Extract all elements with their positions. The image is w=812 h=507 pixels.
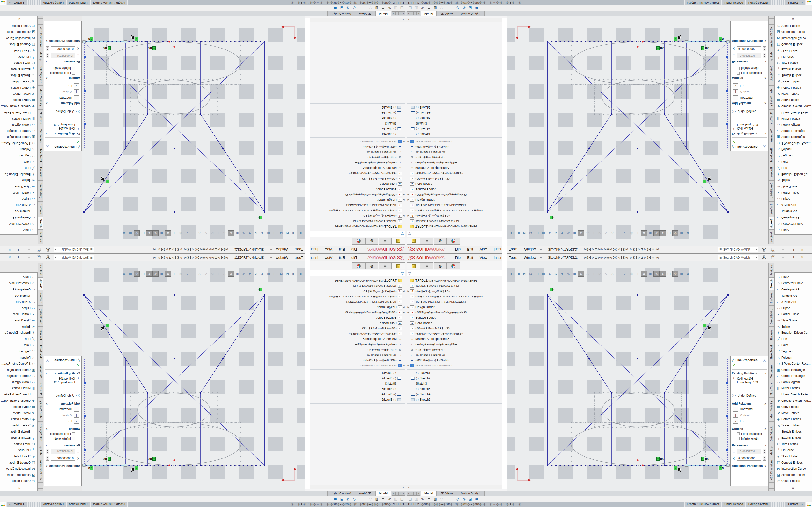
relation-item[interactable]: Collinear108	[47, 126, 75, 130]
account-button[interactable]: ◉	[760, 253, 767, 261]
tree-row-ann[interactable]: ▶A○ЅЅИN◎◦♣Α♣◎ИNΑ○◦○ΑИN◎♣Α♣◦◎ИNЅЅ○	[306, 310, 405, 315]
menu-item-move-entities[interactable]: ↗Move Entities	[774, 410, 812, 416]
cm-tab-evaluate[interactable]: Evaluate	[768, 164, 774, 180]
checkbox-infinite-length[interactable]: Infinite length	[730, 66, 768, 71]
checkbox-for-construction[interactable]: For construction	[44, 71, 82, 75]
view-toolbar-icon-4[interactable]: ◫	[272, 230, 278, 236]
checkbox-for-construction[interactable]: For construction	[730, 71, 768, 75]
tree-row-surface-bodies[interactable]: ◗Surface Bodies	[306, 187, 405, 192]
menu-item-centerpoint-arc[interactable]: ◠Centerpoint Arc	[0, 214, 38, 221]
view-toolbar-icon-11[interactable]: ↻	[228, 271, 234, 277]
view-toolbar-icon-10[interactable]: ▣	[234, 230, 240, 236]
bottom-toolbar-icon-11[interactable]: ✱	[474, 496, 479, 502]
tree-row-plane[interactable]: ▱○♣Ƨ¤Λ✻◉Ι○◦○Ι◉✻Λ¤Ƨ♣○	[306, 150, 405, 155]
view-toolbar-icon-25[interactable]: ◫	[666, 271, 672, 277]
menu-item-sketch-fillet[interactable]: ╮Sketch Fillet	[774, 453, 812, 459]
menu-tools[interactable]: Tools	[509, 248, 517, 251]
status-corner-icon[interactable]: ❏	[806, 502, 812, 507]
menu-item-scale-entities[interactable]: ↘Scale Entities	[774, 422, 812, 429]
graphics-area[interactable]: ◧◨◩◪◫▤◭◮▼✎▣↻▭⊥◸∿Λ⌐∕✻⊥◉▣∿●◫✣▦◉ ∕3∕≡109≡10…	[507, 16, 730, 245]
menu-item-segment[interactable]: ∷Segment	[0, 153, 38, 159]
tab-nav-1[interactable]: ‹	[410, 492, 413, 496]
tree-row-material-not-specified-[interactable]: ☰Material < not specified >	[407, 165, 506, 171]
menu-item-centerpoint-arc[interactable]: ◠Centerpoint Arc	[0, 286, 38, 293]
cm-tab-mold-tools[interactable]: Mold Tools	[768, 109, 774, 127]
view-toolbar-icon-26[interactable]: ✣	[672, 230, 678, 236]
spinner[interactable]: ▲▼	[763, 456, 766, 461]
cm-tab-direct-editing[interactable]: Direct Editing	[768, 306, 774, 327]
menu-tools[interactable]: Tools	[509, 256, 517, 260]
bottom-toolbar-icon-11[interactable]: ✱	[333, 6, 338, 11]
minimize-button[interactable]: –	[24, 246, 33, 253]
view-toolbar-icon-21[interactable]: ◉	[641, 230, 647, 236]
view-toolbar-icon-13[interactable]: ⊥	[591, 271, 597, 277]
tab-nav-0[interactable]: «	[402, 11, 405, 15]
tree-row-sigma[interactable]: Σ○ЅЅИN◎◦♣Α∩¤ЗЄ○◦○ЗЄ¤∩Α♣◦◎ИNЅЅ○	[306, 331, 405, 336]
bottom-toolbar-icon-3[interactable]: ≡	[380, 6, 386, 11]
view-toolbar-icon-28[interactable]: ◉	[685, 230, 691, 236]
menu-item-circular-sketch-pattern[interactable]: ❖Circular Sketch Pattern	[774, 103, 812, 110]
parameters-header[interactable]: Parameters∧	[44, 59, 82, 65]
checkbox-infinite-length[interactable]: Infinite length	[730, 436, 768, 441]
tree-row-plane[interactable]: ▱○♣ИN◎♟÷○✻◉Ι○◦○Ι◉✻○÷♟◎ИN♣○	[306, 342, 405, 347]
checkbox-for-construction[interactable]: For construction	[44, 432, 82, 436]
bottom-toolbar-icon-5[interactable]: ▽	[439, 496, 445, 502]
view-toolbar-icon-5[interactable]: ▤	[540, 230, 546, 236]
tab-nav-0[interactable]: «	[407, 11, 410, 15]
add-relations-header[interactable]: Add Relations∧	[730, 400, 768, 406]
view-toolbar-icon-24[interactable]: ●	[660, 230, 666, 236]
menu-item-rotate-entities[interactable]: ◈Rotate Entities	[0, 416, 38, 422]
cm-tab-data-migration[interactable]: Data Migration	[38, 63, 44, 86]
relation-button-fix[interactable]: ♆Fix	[730, 82, 768, 89]
bottom-toolbar-icon-5[interactable]: ▽	[367, 6, 373, 11]
view-toolbar-icon-12[interactable]: ▭	[221, 230, 227, 236]
tree-row-surface-bodies[interactable]: ◗Surface Bodies	[407, 315, 506, 320]
tree-row-sigma[interactable]: Σ○ЅЅИN◎◦♣Α∩¤ЗЄ○◦○ЗЄ¤∩Α♣◦◎ИNЅЅ○	[407, 331, 506, 336]
relation-item[interactable]: Collinear108	[47, 377, 75, 381]
cm-tab-mold-tools[interactable]: Mold Tools	[38, 380, 44, 398]
tree-row-material-not-specified-[interactable]: ☰Material < not specified >	[407, 336, 506, 342]
tab-model[interactable]: Model	[375, 491, 391, 496]
parameter-value[interactable]: 10.88152731	[51, 449, 75, 454]
additional-parameters-header[interactable]: Additional Parameters∨	[730, 463, 768, 469]
view-toolbar-icon-24[interactable]: ●	[660, 271, 666, 277]
bottom-toolbar-icon-9[interactable]: ◷	[345, 496, 351, 502]
menu-item-equation-driven-curve[interactable]: ƒEquation Driven Curve	[774, 330, 812, 336]
tree-row-books[interactable]: ≡○ЅЅ♣ЗЄЅЅ○ИN◎◦♣ƆCЗЄИЗЄЅЅ○◦○ЅЅЗЄИЗЄƆC♣◦◎И…	[306, 208, 405, 213]
view-toolbar-icon-15[interactable]: ∿	[603, 230, 609, 236]
tab-configurationmanager[interactable]: ⊕	[434, 237, 447, 244]
relation-item[interactable]: Equal length109	[47, 123, 75, 126]
view-toolbar-icon-21[interactable]: ◉	[641, 271, 647, 277]
menu-item-centerpoint-arc[interactable]: ◠Centerpoint Arc	[774, 286, 812, 293]
scroll-left-icon[interactable]: ◂	[401, 486, 406, 489]
tab-displaymanager[interactable]	[447, 263, 460, 270]
menu-item-scale-entities[interactable]: ↘Scale Entities	[0, 78, 38, 85]
close-button[interactable]: ✕	[5, 246, 14, 253]
cm-tab-markup[interactable]: Markup	[768, 444, 774, 458]
menu-item-fit-spline[interactable]: ╰Fit Spline	[774, 54, 812, 60]
search-dropdown-icon[interactable]: ▾	[54, 248, 57, 251]
menu-item-circle[interactable]: ○Circle	[774, 227, 812, 233]
menu-item-center-rectangle[interactable]: ▣Center Rectangle	[0, 367, 38, 373]
cm-tab-mesh-modeling[interactable]: Mesh Modeling	[768, 86, 774, 109]
relations-listbox[interactable]: Collinear108Equal length109	[736, 376, 766, 392]
minimize-button[interactable]: –	[779, 253, 788, 261]
menu-item-style-spline[interactable]: ∿Style Spline	[0, 183, 38, 190]
menu-insert[interactable]: Insert	[310, 256, 318, 260]
menu-window[interactable]: Window	[524, 248, 536, 251]
restore-button[interactable]: ❐	[15, 246, 24, 253]
view-toolbar-icon-27[interactable]: ▦	[678, 271, 684, 277]
menu-more-chevron-icon[interactable]: »	[17, 470, 21, 493]
additional-parameters-header[interactable]: Additional Parameters∨	[44, 38, 82, 44]
scroll-corner-button[interactable]: ▸	[305, 253, 310, 489]
bottom-toolbar-icon-11[interactable]: ✱	[474, 6, 479, 11]
tree-row-design-binder[interactable]: ▶▫Design Binder	[306, 304, 405, 310]
view-toolbar-icon-0[interactable]: ◧	[509, 271, 515, 277]
view-toolbar-icon-16[interactable]: Λ	[609, 230, 615, 236]
cm-tab-markup[interactable]: Markup	[38, 49, 44, 63]
graphics-area[interactable]: ◧◨◩◪◫▤◭◮▼✎▣↻▭⊥◸∿Λ⌐∕✻⊥◉▣∿●◫✣▦◉ ∕3∕≡109≡10…	[82, 16, 305, 245]
view-toolbar-icon-16[interactable]: Λ	[197, 271, 203, 277]
cm-tab-overflow-0[interactable]: :	[768, 483, 774, 488]
tree-row-star[interactable]: ★○ЄЅЗЄ♣◦♟◎ΛΑΦ○◦○ΦΑΛ◎♟◦♣ЗЄЅ○	[407, 283, 506, 288]
search-input[interactable]: ▣ Search CAD Models ⌕ ▾	[54, 247, 94, 252]
